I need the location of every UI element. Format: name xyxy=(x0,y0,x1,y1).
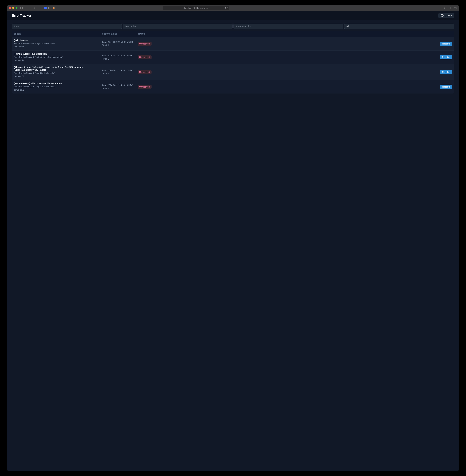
error-filter-input[interactable] xyxy=(12,24,122,29)
browser-window: 🐵 localhost:4000/dev/errors ErrorTracker xyxy=(7,5,177,180)
occurrence-last: Last: 2024-08-12 15:20:15 UTC xyxy=(102,40,138,44)
filters-row: All xyxy=(12,24,177,29)
error-title: (exit) timeout xyxy=(14,39,102,42)
error-function: ErrorTrackerDevWeb.PageController.call/2 xyxy=(14,42,102,45)
table-row[interactable]: (RuntimeError) Plug exception ErrorTrack… xyxy=(12,50,177,64)
occurrence-total: Total: 1 xyxy=(102,72,138,75)
errors-table: ERROR OCCURRENCES STATUS (exit) timeout … xyxy=(12,31,177,94)
occurrence-last: Last: 2024-08-12 15:20:12 UTC xyxy=(102,69,138,72)
close-window-button[interactable] xyxy=(9,7,11,9)
header-error: ERROR xyxy=(14,33,102,35)
status-badge: Unresolved xyxy=(138,42,151,46)
table-row[interactable]: (Phoenix.Router.NoRouteError) no route f… xyxy=(12,64,177,80)
main-area: All ERROR OCCURRENCES STATUS (exit) time… xyxy=(7,20,177,97)
back-button[interactable] xyxy=(28,6,31,9)
error-location: dev.exs:141 xyxy=(14,59,102,62)
error-title: (Phoenix.Router.NoRouteError) no route f… xyxy=(14,66,102,71)
status-badge: Unresolved xyxy=(138,70,151,74)
sidebar-toggle-icon[interactable] xyxy=(20,6,23,9)
occurrence-last: Last: 2024-08-12 15:20:13 UTC xyxy=(102,54,138,57)
table-header: ERROR OCCURRENCES STATUS xyxy=(12,31,177,37)
tampermonkey-extension-icon[interactable]: 🐵 xyxy=(52,7,55,9)
page-content: ErrorTracker GitHub All ERR xyxy=(7,11,177,180)
status-badge: Unresolved xyxy=(138,55,151,59)
occurrence-last: Last: 2024-08-12 15:20:10 UTC xyxy=(102,84,138,87)
bitwarden-extension-icon[interactable] xyxy=(44,7,47,9)
error-title: (RuntimeError) This is a controller exce… xyxy=(14,82,102,85)
occurrence-total: Total: 1 xyxy=(102,44,138,47)
app-title: ErrorTracker xyxy=(12,14,31,17)
error-function: ErrorTrackerDevWeb.Endpoint.maybe_except… xyxy=(14,56,102,59)
occurrence-total: Total: 2 xyxy=(102,57,138,60)
titlebar: 🐵 localhost:4000/dev/errors xyxy=(7,5,177,11)
app-header: ErrorTracker GitHub xyxy=(7,11,177,20)
header-occurrences: OCCURRENCES xyxy=(102,33,138,35)
chevron-down-icon[interactable] xyxy=(23,6,25,9)
table-row[interactable]: (exit) timeout ErrorTrackerDevWeb.PageCo… xyxy=(12,37,177,50)
error-location: dev.exs:67 xyxy=(14,75,102,78)
header-status: STATUS xyxy=(138,33,177,35)
error-location: dev.exs:75 xyxy=(14,45,102,48)
source-line-filter-input[interactable] xyxy=(123,24,177,29)
status-badge: Unresolved xyxy=(138,85,151,89)
forward-button[interactable] xyxy=(33,6,36,9)
minimize-window-button[interactable] xyxy=(12,7,14,9)
error-function: ErrorTrackerDevWeb.PageController.call/2 xyxy=(14,71,102,75)
maximize-window-button[interactable] xyxy=(15,7,17,9)
error-location: dev.exs:71 xyxy=(14,88,102,92)
address-bar[interactable]: localhost:4000/dev/errors xyxy=(163,6,177,10)
error-title: (RuntimeError) Plug exception xyxy=(14,53,102,55)
error-function: ErrorTrackerDevWeb.PageController.call/2 xyxy=(14,85,102,88)
privacy-report-icon[interactable] xyxy=(48,7,51,9)
svg-rect-0 xyxy=(21,7,23,9)
table-row[interactable]: (RuntimeError) This is a controller exce… xyxy=(12,80,177,94)
traffic-lights xyxy=(9,7,17,9)
occurrence-total: Total: 1 xyxy=(102,87,138,90)
